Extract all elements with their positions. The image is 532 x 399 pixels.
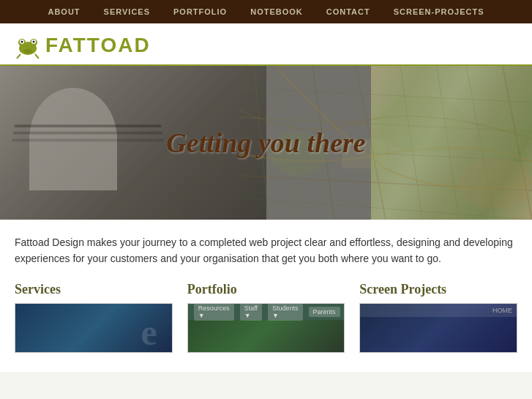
- services-icon-letter: e: [141, 311, 157, 353]
- svg-line-8: [17, 54, 20, 59]
- main-content: Fattoad Design makes your journey to a c…: [0, 220, 532, 372]
- svg-point-7: [23, 49, 32, 53]
- frog-icon: [15, 32, 41, 59]
- screen-projects-section: Screen Projects HOME: [359, 282, 517, 353]
- portfolio-heading: Portfolio: [187, 282, 345, 297]
- portfolio-nav-bar: Resources ▼ Staff ▼ Students ▼ Parents: [188, 304, 345, 320]
- logo-text: FATTOAD: [45, 34, 151, 57]
- services-heading: Services: [15, 282, 173, 297]
- nav-notebook[interactable]: NOTEBOOK: [250, 7, 303, 16]
- services-thumbnail[interactable]: e: [15, 303, 173, 353]
- screen-projects-heading: Screen Projects: [359, 282, 517, 297]
- nav-services[interactable]: SERVICES: [104, 7, 150, 16]
- nav-contact[interactable]: CONTACT: [326, 7, 370, 16]
- portfolio-nav-students: Students ▼: [268, 303, 303, 321]
- hero-tagline: Getting you there: [166, 127, 365, 159]
- nav-about[interactable]: ABOUT: [48, 7, 80, 16]
- portfolio-nav-resources: Resources ▼: [194, 303, 234, 321]
- hero-banner: Getting you there: [0, 66, 532, 220]
- portfolio-thumbnail[interactable]: Resources ▼ Staff ▼ Students ▼ Parents: [187, 303, 345, 353]
- svg-line-9: [35, 54, 39, 59]
- portfolio-nav-staff: Staff ▼: [240, 303, 262, 321]
- sections-row: Services e Portfolio Resources ▼ Staff ▼…: [15, 282, 517, 353]
- services-section: Services e: [15, 282, 173, 353]
- top-navigation: ABOUT SERVICES PORTFOLIO NOTEBOOK CONTAC…: [0, 0, 532, 23]
- svg-point-5: [21, 41, 23, 43]
- nav-screen-projects[interactable]: SCREEN-PROJECTS: [394, 7, 484, 16]
- intro-paragraph: Fattoad Design makes your journey to a c…: [15, 234, 517, 267]
- portfolio-nav-parents: Parents: [309, 307, 340, 317]
- nav-portfolio[interactable]: PORTFOLIO: [173, 7, 227, 16]
- site-header: FATTOAD: [0, 23, 532, 66]
- screen-projects-thumbnail[interactable]: HOME: [359, 303, 517, 353]
- svg-point-6: [33, 41, 35, 43]
- screen-home-label: HOME: [492, 307, 512, 314]
- portfolio-section: Portfolio Resources ▼ Staff ▼ Students ▼…: [187, 282, 345, 353]
